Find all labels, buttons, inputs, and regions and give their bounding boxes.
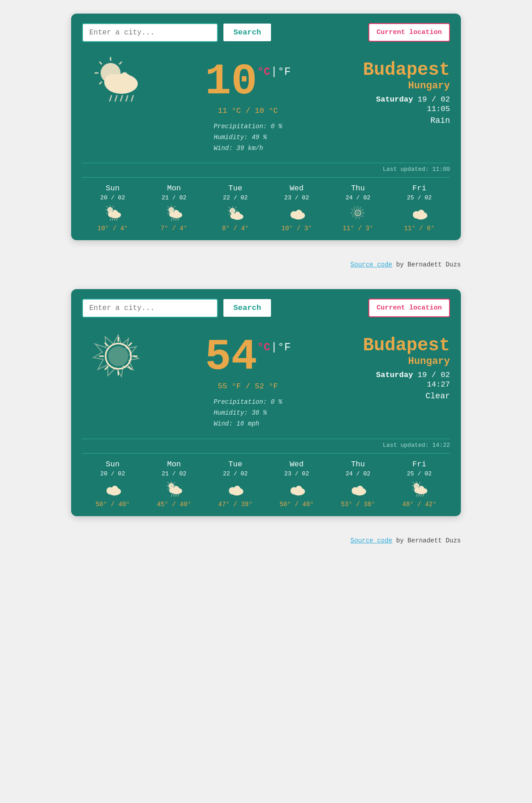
weather-right: Budapest Hungary Saturday 19 / 02 14:27 … [341, 331, 450, 401]
unit-separator: | [271, 67, 277, 77]
city-name: Budapest [341, 60, 450, 80]
weather-center: 10 °C | °F 11 °C / 10 °C Precipitation: … [155, 56, 341, 154]
forecast-icon [348, 205, 368, 221]
search-input[interactable] [82, 23, 218, 42]
fahrenheit-unit[interactable]: °F [278, 342, 291, 353]
source-suffix: by Bernadett Duzs [392, 537, 461, 544]
svg-line-32 [116, 218, 117, 221]
celsius-unit[interactable]: °C [257, 342, 271, 353]
temp-range: 55 °F / 52 °F [218, 382, 278, 391]
forecast-day-0: Sun 20 / 02 50° / 40° [82, 460, 143, 508]
svg-line-91 [174, 482, 175, 483]
forecast-day-name: Wed [290, 184, 304, 193]
svg-line-15 [126, 96, 128, 101]
forecast-temp: 7° / 4° [161, 225, 188, 232]
precipitation: Precipitation: 0 % [213, 397, 282, 408]
svg-line-97 [174, 494, 174, 496]
forecast-day-2: Tue 22 / 02 47° / 39° [205, 460, 266, 508]
forecast-temp: 10° / 3° [281, 225, 312, 232]
weather-main: 54 °C | °F 55 °F / 52 °F Precipitation: … [82, 327, 450, 434]
svg-line-99 [178, 494, 179, 496]
forecast-temp: 8° / 4° [222, 225, 249, 232]
forecast-day-date: 22 / 02 [223, 194, 248, 201]
day-name: Saturday [376, 95, 413, 104]
forecast-day-5: Fri 25 / 02 [389, 460, 450, 508]
forecast-day-2: Tue 22 / 02 8° / 4° [205, 184, 266, 232]
forecast-icon [225, 481, 245, 497]
svg-line-117 [413, 489, 414, 489]
svg-line-114 [413, 482, 414, 483]
temperature-value: 54 [205, 336, 257, 379]
svg-point-95 [174, 486, 179, 491]
svg-point-49 [230, 208, 236, 214]
svg-line-124 [423, 494, 424, 496]
svg-line-16 [131, 96, 133, 101]
date-line: Saturday 19 / 02 [341, 95, 450, 104]
forecast-day-date: 25 / 02 [407, 194, 432, 201]
forecast-day-name: Fri [412, 460, 426, 469]
svg-line-79 [129, 343, 131, 346]
weather-right: Budapest Hungary Saturday 19 / 02 11:05 … [341, 56, 450, 125]
search-row: Search Current location [82, 23, 450, 42]
forecast-day-3: Wed 23 / 02 50° / 40° [266, 460, 327, 508]
forecast-day-date: 21 / 02 [162, 194, 187, 201]
svg-line-25 [106, 213, 107, 214]
celsius-unit[interactable]: °C [257, 67, 271, 77]
forecast-day-name: Wed [290, 460, 304, 469]
svg-point-63 [295, 210, 302, 216]
search-button[interactable]: Search [222, 23, 272, 42]
svg-point-102 [234, 486, 241, 492]
source-link[interactable]: Source code [350, 537, 392, 544]
search-button[interactable]: Search [222, 298, 272, 318]
forecast-day-date: 25 / 02 [407, 470, 432, 477]
forecast-day-0: Sun 20 / 02 [82, 184, 143, 232]
forecast-temp: 10° / 4° [97, 225, 128, 232]
svg-line-30 [112, 218, 113, 221]
source-link[interactable]: Source code [350, 261, 392, 268]
forecast-day-name: Sun [106, 460, 120, 469]
svg-line-38 [168, 207, 169, 208]
svg-line-57 [229, 214, 230, 215]
svg-line-123 [421, 494, 422, 496]
svg-point-72 [108, 346, 128, 366]
svg-line-40 [174, 207, 175, 208]
forecast-day-name: Tue [228, 460, 242, 469]
svg-line-48 [178, 218, 179, 221]
city-name: Budapest [341, 336, 450, 356]
current-location-button[interactable]: Current location [368, 299, 450, 317]
forecast-icon [287, 205, 307, 221]
country-name: Hungary [341, 80, 450, 92]
date-line: Saturday 19 / 02 [341, 371, 450, 379]
temperature-units: °C | °F [257, 342, 291, 353]
weather-icon-area [82, 56, 155, 106]
forecast-temp: 11° / 3° [343, 225, 373, 232]
svg-line-24 [113, 207, 114, 208]
svg-line-12 [110, 96, 111, 101]
temp-range: 11 °C / 10 °C [218, 106, 278, 115]
weather-icon-area [82, 331, 155, 381]
temperature-units: °C | °F [257, 67, 291, 77]
fahrenheit-unit[interactable]: °F [278, 67, 291, 77]
svg-line-31 [114, 218, 115, 221]
svg-point-69 [418, 210, 424, 216]
country-name: Hungary [341, 356, 450, 367]
forecast-day-1: Mon 21 / 02 [143, 460, 204, 508]
current-location-button[interactable]: Current location [368, 23, 450, 42]
forecast-day-name: Mon [167, 460, 181, 469]
weather-details: Precipitation: 0 % Humidity: 36 % Wind: … [213, 397, 282, 429]
forecast-day-name: Sun [106, 184, 120, 193]
search-input[interactable] [82, 299, 218, 318]
unit-separator: | [271, 342, 277, 353]
weather-details: Precipitation: 0 % Humidity: 49 % Wind: … [213, 121, 282, 154]
forecast-icon [409, 481, 429, 497]
forecast-icon [287, 481, 307, 497]
search-left: Search [82, 23, 272, 42]
temperature-value: 10 [205, 60, 257, 104]
svg-line-96 [171, 494, 172, 496]
forecast-day-4: Thu 24 / 02 11° / 3° [327, 184, 388, 232]
forecast-temp: 47° / 39° [218, 501, 253, 508]
forecast-day-3: Wed 23 / 02 10° / 3° [266, 184, 327, 232]
svg-point-66 [355, 211, 360, 215]
temperature-display: 10 °C | °F [205, 60, 290, 104]
svg-line-14 [121, 96, 122, 101]
